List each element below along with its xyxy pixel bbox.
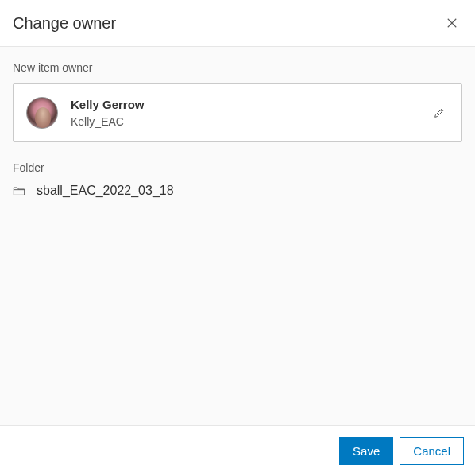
dialog-title: Change owner — [13, 14, 116, 33]
save-button[interactable]: Save — [339, 437, 393, 465]
avatar — [26, 97, 58, 129]
dialog-header: Change owner — [0, 0, 475, 47]
folder-section: Folder sball_EAC_2022_03_18 — [13, 161, 462, 198]
folder-name: sball_EAC_2022_03_18 — [37, 184, 174, 198]
new-owner-section: New item owner Kelly Gerrow Kelly_EAC — [13, 61, 462, 142]
dialog-body: New item owner Kelly Gerrow Kelly_EAC — [0, 47, 475, 425]
pencil-icon — [433, 106, 446, 119]
owner-display-name: Kelly Gerrow — [71, 97, 430, 113]
edit-owner-button[interactable] — [430, 103, 449, 122]
folder-icon — [13, 185, 25, 196]
change-owner-dialog: Change owner New item owner Kelly Gerrow… — [0, 0, 475, 476]
close-button[interactable] — [442, 13, 462, 33]
owner-username: Kelly_EAC — [71, 114, 430, 129]
dialog-footer: Save Cancel — [0, 425, 475, 476]
cancel-button[interactable]: Cancel — [400, 437, 464, 465]
new-owner-label: New item owner — [13, 61, 462, 74]
folder-row[interactable]: sball_EAC_2022_03_18 — [13, 184, 462, 198]
owner-card: Kelly Gerrow Kelly_EAC — [13, 83, 462, 142]
folder-label: Folder — [13, 161, 462, 174]
owner-text: Kelly Gerrow Kelly_EAC — [71, 97, 430, 129]
close-icon — [445, 16, 459, 30]
svg-line-2 — [440, 110, 442, 112]
